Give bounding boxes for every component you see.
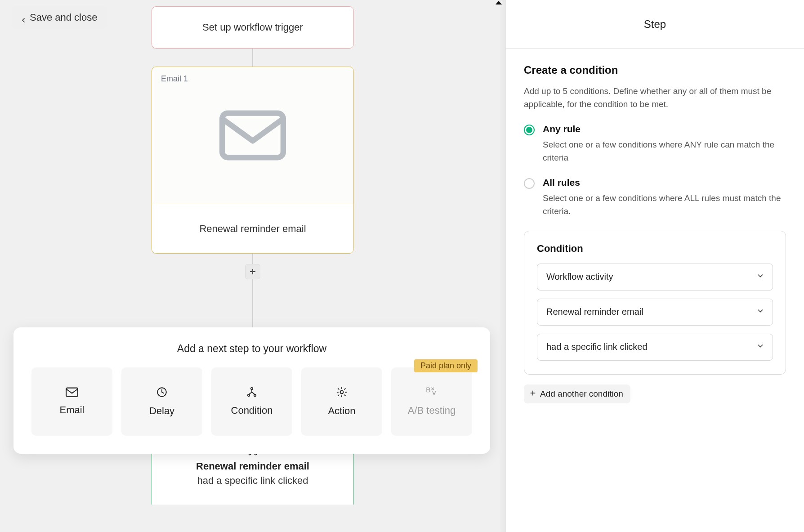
radio-icon — [524, 125, 535, 135]
step-type-condition[interactable]: Condition — [211, 367, 292, 436]
gear-icon — [336, 386, 348, 400]
condition-subject-select[interactable]: Renewal reminder email — [537, 299, 773, 326]
all-rules-option[interactable]: All rules Select one or a few conditions… — [524, 177, 786, 218]
step-type-action[interactable]: Action — [301, 367, 382, 436]
condition-type-select[interactable]: Workflow activity — [537, 264, 773, 291]
step-type-ab-testing[interactable]: Paid plan only A/B testing — [391, 367, 472, 436]
step-side-panel: Step Create a condition Add up to 5 cond… — [505, 0, 804, 532]
add-step-button[interactable] — [245, 264, 260, 279]
all-rules-title: All rules — [543, 177, 786, 188]
any-rule-option[interactable]: Any rule Select one or a few conditions … — [524, 124, 786, 165]
create-condition-title: Create a condition — [524, 64, 786, 76]
svg-rect-0 — [222, 113, 283, 158]
step-type-label: A/B testing — [408, 405, 456, 416]
side-panel-title: Step — [506, 0, 804, 49]
chevron-down-icon — [756, 342, 764, 352]
condition-editor-box: Condition Workflow activity Renewal remi… — [524, 231, 786, 375]
email-step-node[interactable]: Email 1 Renewal reminder email — [152, 67, 354, 254]
any-rule-title: Any rule — [543, 124, 786, 134]
condition-box-title: Condition — [537, 243, 773, 255]
connector-line — [252, 49, 253, 67]
condition-subject-value: Renewal reminder email — [546, 307, 643, 317]
mail-icon — [66, 387, 78, 399]
any-rule-desc: Select one or a few conditions where ANY… — [543, 138, 786, 165]
condition-predicate-select[interactable]: had a specific link clicked — [537, 334, 773, 361]
workflow-trigger-node[interactable]: Set up workflow trigger — [152, 6, 354, 49]
step-type-label: Delay — [149, 405, 174, 417]
chevron-down-icon — [756, 307, 764, 317]
save-and-close-button[interactable]: Save and close — [12, 6, 107, 29]
step-type-label: Condition — [231, 405, 273, 416]
chevron-down-icon — [756, 272, 764, 282]
plus-icon — [529, 389, 536, 399]
condition-predicate-value: had a specific link clicked — [546, 342, 648, 352]
condition-subject: Renewal reminder email — [161, 460, 344, 472]
radio-icon — [524, 178, 535, 189]
step-type-email[interactable]: Email — [31, 367, 112, 436]
ab-testing-icon — [425, 387, 438, 399]
save-and-close-label: Save and close — [30, 12, 97, 23]
workflow-trigger-label: Set up workflow trigger — [202, 22, 303, 33]
create-condition-description: Add up to 5 conditions. Define whether a… — [524, 85, 786, 111]
clock-icon — [156, 386, 168, 400]
condition-type-value: Workflow activity — [546, 272, 613, 282]
paid-plan-badge: Paid plan only — [414, 359, 478, 372]
step-type-delay[interactable]: Delay — [121, 367, 202, 436]
svg-point-11 — [340, 391, 344, 394]
workflow-canvas: Save and close Set up workflow trigger E… — [0, 0, 505, 532]
step-type-label: Email — [59, 404, 84, 416]
chevron-left-icon — [20, 15, 25, 20]
mail-icon — [152, 67, 353, 204]
add-another-condition-button[interactable]: Add another condition — [524, 384, 630, 403]
connector-with-add — [252, 254, 253, 290]
add-another-condition-label: Add another condition — [540, 389, 623, 399]
svg-rect-6 — [66, 388, 78, 397]
branch-icon — [246, 387, 258, 399]
all-rules-desc: Select one or a few conditions where ALL… — [543, 192, 786, 218]
add-step-popover-title: Add a next step to your workflow — [31, 343, 472, 355]
add-step-popover: Add a next step to your workflow Email D… — [13, 327, 490, 454]
condition-predicate: had a specific link clicked — [161, 475, 344, 487]
step-type-label: Action — [328, 405, 355, 417]
email-step-title: Renewal reminder email — [199, 223, 306, 235]
